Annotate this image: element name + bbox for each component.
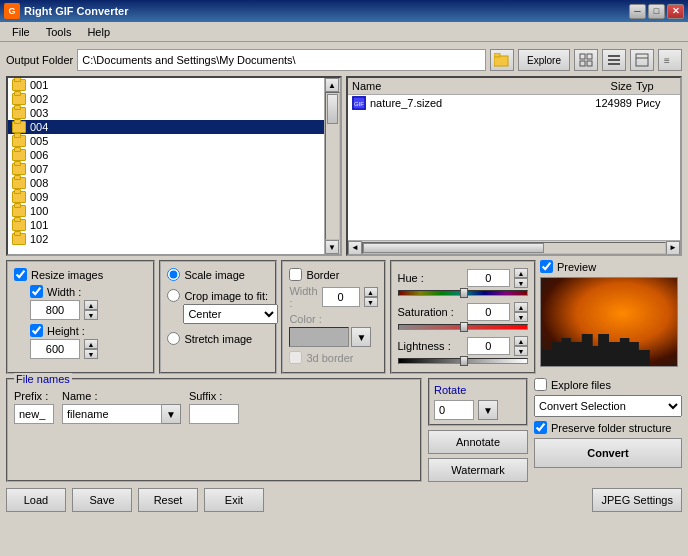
- list-item[interactable]: 100: [8, 204, 324, 218]
- suffix-input[interactable]: [189, 404, 239, 424]
- toolbar-btn-1[interactable]: [574, 49, 598, 71]
- rotate-annotate-section: Rotate ▼ Annotate Watermark: [428, 378, 528, 482]
- scroll-down[interactable]: ▼: [325, 240, 339, 254]
- light-input[interactable]: [467, 337, 511, 355]
- width-input[interactable]: [30, 300, 80, 320]
- menu-help[interactable]: Help: [79, 24, 118, 40]
- menu-file[interactable]: File: [4, 24, 38, 40]
- preserve-checkbox[interactable]: [534, 421, 547, 434]
- jpeg-settings-button[interactable]: JPEG Settings: [592, 488, 682, 512]
- border-width-spinners[interactable]: ▲ ▼: [364, 287, 378, 307]
- files-hscroll[interactable]: ◄ ►: [348, 240, 680, 254]
- hue-up[interactable]: ▲: [514, 268, 528, 278]
- list-item[interactable]: 102: [8, 232, 324, 246]
- toolbar-btn-4[interactable]: ≡: [658, 49, 682, 71]
- hscroll-track[interactable]: [362, 242, 666, 254]
- resize-images-checkbox[interactable]: [14, 268, 27, 281]
- light-spinners[interactable]: ▲ ▼: [514, 336, 528, 356]
- file-type: Рису: [636, 97, 676, 109]
- height-checkbox[interactable]: [30, 324, 43, 337]
- scale-image-radio[interactable]: [167, 268, 180, 281]
- convert-button[interactable]: Convert: [534, 438, 682, 468]
- border-width-input[interactable]: [322, 287, 360, 307]
- explore-button[interactable]: Explore: [518, 49, 570, 71]
- list-item[interactable]: 001: [8, 78, 324, 92]
- scroll-right[interactable]: ►: [666, 241, 680, 255]
- hue-spinners[interactable]: ▲ ▼: [514, 268, 528, 288]
- maximize-button[interactable]: □: [648, 4, 665, 19]
- folder-scrollbar[interactable]: ▲ ▼: [324, 78, 340, 254]
- light-thumb[interactable]: [460, 356, 468, 366]
- scroll-up[interactable]: ▲: [325, 78, 339, 92]
- list-item[interactable]: 003: [8, 106, 324, 120]
- preview-section: Preview: [540, 260, 682, 374]
- width-checkbox[interactable]: [30, 285, 43, 298]
- hue-down[interactable]: ▼: [514, 278, 528, 288]
- name-input[interactable]: [62, 404, 162, 424]
- watermark-button[interactable]: Watermark: [428, 458, 528, 482]
- sat-spinners[interactable]: ▲ ▼: [514, 302, 528, 322]
- list-item[interactable]: 008: [8, 176, 324, 190]
- color-swatch[interactable]: [289, 327, 349, 347]
- border-width-down[interactable]: ▼: [364, 297, 378, 307]
- rotate-input[interactable]: [434, 400, 474, 420]
- close-button[interactable]: ✕: [667, 4, 684, 19]
- color-row: Color :: [289, 313, 377, 325]
- list-item[interactable]: 007: [8, 162, 324, 176]
- menu-tools[interactable]: Tools: [38, 24, 80, 40]
- sat-input[interactable]: [467, 303, 511, 321]
- list-item[interactable]: 002: [8, 92, 324, 106]
- width-up[interactable]: ▲: [84, 300, 98, 310]
- preview-checkbox[interactable]: [540, 260, 553, 273]
- border-checkbox[interactable]: [289, 268, 302, 281]
- width-spinners[interactable]: ▲ ▼: [84, 300, 98, 320]
- hue-input[interactable]: [467, 269, 511, 287]
- crop-image-radio[interactable]: [167, 289, 180, 302]
- minimize-button[interactable]: ─: [629, 4, 646, 19]
- 3d-border-checkbox[interactable]: [289, 351, 302, 364]
- list-item[interactable]: 005: [8, 134, 324, 148]
- annotate-button[interactable]: Annotate: [428, 430, 528, 454]
- rotate-dropdown[interactable]: ▼: [478, 400, 498, 420]
- crop-select[interactable]: Center: [183, 304, 278, 324]
- hscroll-thumb[interactable]: [363, 243, 544, 253]
- height-spinners[interactable]: ▲ ▼: [84, 339, 98, 359]
- height-down[interactable]: ▼: [84, 349, 98, 359]
- color-dropdown[interactable]: ▼: [351, 327, 371, 347]
- sat-thumb[interactable]: [460, 322, 468, 332]
- reset-button[interactable]: Reset: [138, 488, 198, 512]
- explore-files-checkbox[interactable]: [534, 378, 547, 391]
- light-down[interactable]: ▼: [514, 346, 528, 356]
- preview-inner: [541, 278, 677, 366]
- exit-button[interactable]: Exit: [204, 488, 264, 512]
- hue-slider[interactable]: [398, 290, 529, 296]
- toolbar-btn-3[interactable]: [630, 49, 654, 71]
- table-row[interactable]: GIF nature_7.sized 124989 Рису: [348, 95, 680, 111]
- sat-up[interactable]: ▲: [514, 302, 528, 312]
- list-item[interactable]: 004: [8, 120, 324, 134]
- folder-browse-button[interactable]: [490, 49, 514, 71]
- name-dropdown[interactable]: ▼: [162, 404, 181, 424]
- load-button[interactable]: Load: [6, 488, 66, 512]
- light-up[interactable]: ▲: [514, 336, 528, 346]
- light-slider[interactable]: [398, 358, 529, 364]
- sat-down[interactable]: ▼: [514, 312, 528, 322]
- output-folder-input[interactable]: [77, 49, 486, 71]
- height-up[interactable]: ▲: [84, 339, 98, 349]
- prefix-input[interactable]: [14, 404, 54, 424]
- list-item[interactable]: 009: [8, 190, 324, 204]
- sat-slider[interactable]: [398, 324, 529, 330]
- save-button[interactable]: Save: [72, 488, 132, 512]
- preview-check-row: Preview: [540, 260, 682, 273]
- border-width-up[interactable]: ▲: [364, 287, 378, 297]
- list-item[interactable]: 006: [8, 148, 324, 162]
- stretch-image-radio[interactable]: [167, 332, 180, 345]
- scroll-track[interactable]: [325, 92, 340, 240]
- convert-selection-select[interactable]: Convert Selection: [534, 395, 682, 417]
- list-item[interactable]: 101: [8, 218, 324, 232]
- height-input[interactable]: [30, 339, 80, 359]
- width-down[interactable]: ▼: [84, 310, 98, 320]
- scroll-left[interactable]: ◄: [348, 241, 362, 255]
- hue-thumb[interactable]: [460, 288, 468, 298]
- toolbar-btn-2[interactable]: [602, 49, 626, 71]
